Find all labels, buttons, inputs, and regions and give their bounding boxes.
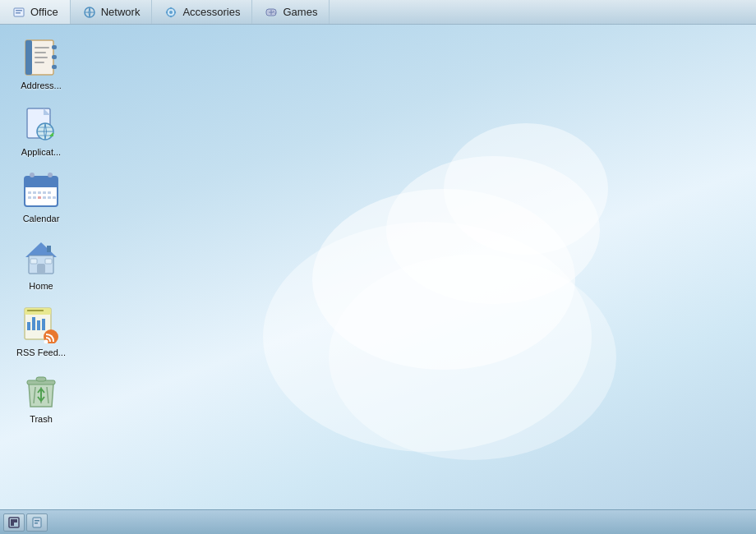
network-icon xyxy=(82,5,97,20)
home-label: Home xyxy=(29,281,53,292)
rss-feed-label: RSS Feed... xyxy=(16,348,66,358)
menu-network[interactable]: Network xyxy=(71,0,153,24)
svg-rect-59 xyxy=(32,317,35,330)
svg-rect-61 xyxy=(42,319,45,330)
svg-rect-52 xyxy=(37,264,45,274)
svg-point-15 xyxy=(275,12,277,14)
svg-rect-60 xyxy=(37,320,40,330)
svg-point-14 xyxy=(274,11,275,12)
rss-feed-icon xyxy=(21,305,61,344)
applicat-icon xyxy=(21,104,61,144)
calendar-icon-item[interactable]: Calendar xyxy=(8,166,74,229)
applicat-icon-item[interactable]: Applicat... xyxy=(8,99,74,163)
svg-rect-38 xyxy=(28,191,31,194)
svg-rect-35 xyxy=(25,183,58,187)
calendar-label: Calendar xyxy=(23,214,60,224)
svg-rect-42 xyxy=(48,191,51,194)
bottom-btn-1[interactable] xyxy=(3,513,25,532)
desktop-icons: Address... xyxy=(8,33,74,433)
home-icon-item[interactable]: Home xyxy=(8,233,74,297)
network-label: Network xyxy=(101,6,141,18)
svg-rect-39 xyxy=(33,191,36,194)
svg-rect-45 xyxy=(38,196,41,199)
svg-rect-44 xyxy=(33,196,36,199)
menu-games[interactable]: Games xyxy=(252,0,330,24)
accessories-icon xyxy=(164,5,178,20)
svg-point-37 xyxy=(48,173,53,177)
svg-rect-50 xyxy=(47,246,51,252)
menu-accessories[interactable]: Accessories xyxy=(152,0,252,24)
svg-rect-72 xyxy=(14,519,17,522)
bottom-btn-2[interactable] xyxy=(26,513,48,532)
svg-point-6 xyxy=(169,11,173,14)
office-label: Office xyxy=(30,6,58,18)
svg-point-9 xyxy=(166,11,168,12)
svg-rect-2 xyxy=(16,12,21,14)
svg-rect-75 xyxy=(35,520,39,522)
office-icon xyxy=(12,5,26,20)
svg-point-10 xyxy=(174,11,176,12)
menu-office[interactable]: Office xyxy=(0,0,71,24)
svg-marker-49 xyxy=(25,242,57,257)
svg-rect-71 xyxy=(11,519,14,522)
address-icon xyxy=(21,38,61,77)
games-icon xyxy=(264,5,279,20)
svg-rect-24 xyxy=(52,65,57,69)
games-label: Games xyxy=(283,6,317,18)
trash-icon xyxy=(21,371,61,411)
desktop: Address... xyxy=(0,25,756,509)
svg-rect-23 xyxy=(52,55,57,59)
applicat-label: Applicat... xyxy=(21,147,61,158)
svg-point-7 xyxy=(170,7,172,8)
svg-rect-65 xyxy=(36,377,46,381)
svg-rect-57 xyxy=(27,310,44,311)
top-taskbar: Office Network Accessories xyxy=(0,0,756,25)
svg-rect-40 xyxy=(38,191,41,194)
svg-rect-58 xyxy=(27,322,30,330)
svg-rect-17 xyxy=(25,40,32,75)
bottom-taskbar xyxy=(0,509,756,534)
svg-rect-43 xyxy=(28,196,31,199)
accessories-label: Accessories xyxy=(182,6,240,18)
rss-feed-icon-item[interactable]: RSS Feed... xyxy=(8,300,74,363)
calendar-icon xyxy=(21,171,61,210)
home-icon xyxy=(21,238,61,278)
svg-rect-76 xyxy=(35,522,38,524)
svg-rect-22 xyxy=(52,45,57,49)
svg-rect-18 xyxy=(35,47,49,48)
trash-label: Trash xyxy=(30,414,53,425)
trash-icon-item[interactable]: Trash xyxy=(8,366,74,430)
svg-rect-1 xyxy=(16,10,22,12)
svg-rect-54 xyxy=(45,259,52,264)
svg-rect-73 xyxy=(11,522,14,526)
svg-rect-47 xyxy=(48,196,51,199)
address-icon-item[interactable]: Address... xyxy=(8,33,74,96)
svg-rect-48 xyxy=(53,196,56,199)
svg-rect-21 xyxy=(35,62,44,63)
svg-rect-53 xyxy=(30,259,37,264)
svg-rect-20 xyxy=(35,57,48,58)
svg-rect-41 xyxy=(43,191,46,194)
svg-rect-19 xyxy=(35,52,46,53)
svg-point-8 xyxy=(170,15,172,16)
svg-point-36 xyxy=(30,173,35,177)
svg-rect-46 xyxy=(43,196,46,199)
address-label: Address... xyxy=(21,81,62,91)
